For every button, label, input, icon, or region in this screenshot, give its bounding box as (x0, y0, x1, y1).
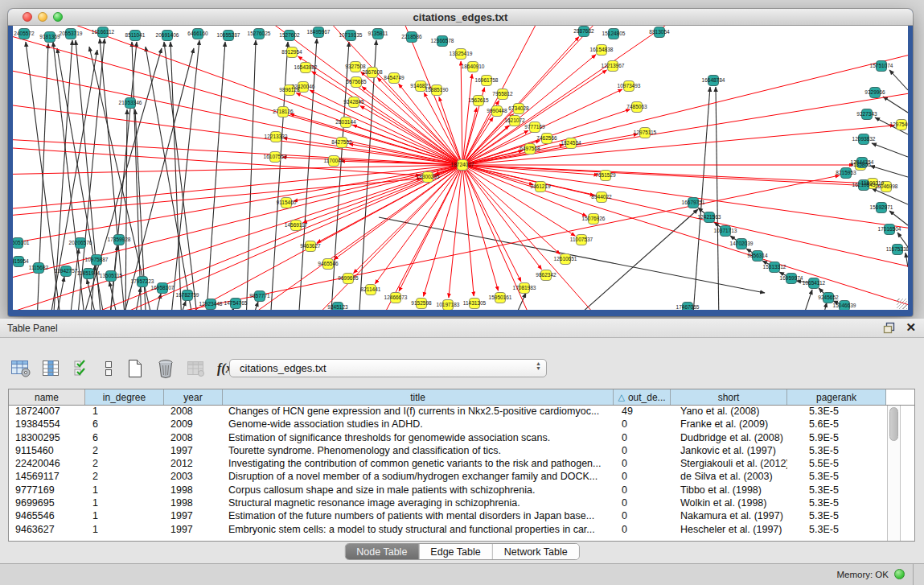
column-header-in-degree[interactable]: in_degree (85, 389, 164, 405)
citation-graph[interactable]: 1872400789129541654398222420046989612893… (13, 26, 908, 310)
close-panel-icon[interactable]: ✕ (906, 321, 916, 334)
graph-node-label: 16782759 (176, 292, 199, 298)
graph-node-label: 12366578 (431, 38, 454, 43)
create-table-icon[interactable] (124, 357, 146, 380)
graph-node-label: 10973493 (618, 83, 641, 89)
graph-node-label: 16107553 (264, 154, 287, 159)
graph-node-label: 15276025 (248, 31, 271, 36)
graph-node-label: 15950161 (489, 295, 512, 300)
graph-node-label: 6734028 (508, 105, 529, 111)
scrollbar-thumb[interactable] (889, 407, 898, 441)
graph-node-label: 13505101 (13, 240, 30, 245)
graph-node-label: 16961758 (475, 77, 499, 83)
graph-node-label: 11007537 (570, 237, 593, 242)
graph-node-label: 8912954 (281, 49, 302, 55)
table-row[interactable]: 1456911722003Disruption of a novel membe… (9, 471, 900, 484)
graph-node-label: 15046998 (875, 183, 898, 189)
column-header-out-de-[interactable]: △out_de... (614, 389, 671, 405)
graph-node-label: 9245123 (327, 304, 348, 310)
tab-node-table[interactable]: Node Table (345, 544, 419, 559)
status-divider (913, 564, 914, 585)
table-row[interactable]: 969969511998Structural magnetic resonanc… (9, 497, 900, 510)
graph-node-label: 3915954 (13, 258, 29, 264)
graph-node-label: 16154838 (590, 47, 614, 52)
resize-grip-icon[interactable] (897, 299, 907, 309)
graph-node-label: 1621072 (504, 117, 525, 123)
graph-node-label: 16543982 (294, 64, 318, 70)
graph-node-label: 14702039 (730, 241, 754, 246)
attribute-table: namein_degreeyeartitle△out_de...shortpag… (8, 389, 915, 542)
graph-node-label: 1170044 (324, 158, 344, 163)
network-canvas[interactable]: 1872400789129541654398222420046989612893… (13, 26, 908, 310)
graph-node-label: 21053346 (119, 100, 142, 105)
graph-node-label: 2887682 (573, 28, 594, 34)
graph-node-label: 8813054 (649, 29, 670, 35)
show-columns-icon[interactable] (40, 357, 63, 380)
graph-node-label: 8427552 (331, 139, 352, 145)
column-header-name[interactable]: name (9, 389, 85, 405)
column-header-title[interactable]: title (223, 389, 614, 405)
vertical-scrollbar[interactable] (887, 406, 901, 541)
table-row[interactable]: 1872400712008Changes of HCN gene express… (9, 406, 900, 418)
graph-node-label: 11431305 (463, 300, 487, 306)
table-panel-titlebar: Table Panel ✕ (0, 319, 924, 338)
status-bar: Memory: OK (0, 563, 924, 585)
table-row[interactable]: 1938455462009Genome-wide association stu… (9, 418, 900, 431)
dropdown-stepper-icon: ▲▼ (536, 361, 541, 371)
column-header-short[interactable]: short (671, 389, 787, 405)
graph-node-label: 10975887 (85, 257, 109, 262)
memory-ok-icon[interactable] (894, 569, 905, 579)
graph-node-label: 14569117 (285, 222, 308, 228)
graph-node-label: 12923448 (199, 301, 223, 307)
graph-node-label: 7955812 (492, 91, 513, 97)
row-height-icon[interactable] (101, 357, 116, 380)
graph-node-label: 15124805 (602, 31, 626, 36)
table-toolbar: f(x) (10, 356, 238, 381)
graph-node-label: 9181369 (39, 34, 60, 39)
table-selector-dropdown[interactable]: citations_edges.txt ▲▼ (229, 359, 547, 377)
table-row[interactable]: 1830029562008Estimation of significance … (9, 432, 900, 445)
table-row[interactable]: 2242004622012Investigating the contribut… (9, 458, 900, 471)
graph-node-label: 12466673 (384, 295, 408, 300)
graph-node-label: 7485063 (626, 104, 647, 109)
table-row[interactable]: 911546021997Tourette syndrome. Phenomeno… (9, 445, 900, 458)
window-titlebar[interactable]: citations_edges.txt (8, 9, 913, 26)
graph-node-label: 9856314 (747, 253, 768, 258)
table-panel-title: Table Panel (7, 323, 58, 334)
table-row[interactable]: 977716911998Corpus callosum shape and si… (9, 484, 900, 497)
graph-node-label: 13325419 (450, 51, 473, 56)
graph-node-label: 16648784 (702, 77, 725, 83)
graph-node-label: 12213967 (602, 63, 625, 68)
table-row[interactable]: 946554611997Estimation of the future num… (9, 510, 900, 523)
graph-node-label: 10197183 (437, 302, 460, 307)
graph-node-label: 9777169 (524, 124, 545, 130)
graph-node-label: 8511041 (125, 32, 146, 38)
graph-node-label: 2803144 (335, 119, 356, 125)
graph-node-label: 7651529 (595, 172, 616, 178)
graph-node-label: 9152598 (411, 300, 432, 306)
delete-table-icon[interactable] (154, 357, 177, 380)
graph-node-label: 7462566 (536, 135, 557, 141)
column-header-year[interactable]: year (164, 389, 223, 405)
table-header-row[interactable]: namein_degreeyeartitle△out_de...shortpag… (9, 389, 914, 406)
graph-node-label: 2718126 (273, 109, 294, 114)
graph-node-label: 15046639 (833, 303, 856, 308)
graph-node-label: 12444154 (851, 159, 874, 165)
tab-network-table[interactable]: Network Table (493, 544, 579, 559)
float-window-icon[interactable] (883, 322, 896, 334)
graph-node-label: 13942757 (55, 268, 78, 274)
table-settings-icon[interactable] (10, 357, 32, 380)
table-row[interactable]: 946362711997Embryonic stem cells: a mode… (9, 524, 900, 537)
graph-node-label: 12975404 (890, 122, 908, 127)
graph-node-label: 10654112 (803, 280, 826, 286)
table-selector-value: citations_edges.txt (240, 362, 326, 374)
graph-node-label: 9461219 (530, 183, 551, 189)
select-visible-columns-icon[interactable] (71, 357, 93, 380)
graph-node-label: 20206576 (69, 240, 92, 245)
tab-edge-table[interactable]: Edge Table (419, 544, 492, 559)
graph-node-label: 8454749 (384, 75, 405, 80)
column-header-pagerank[interactable]: pagerank (787, 389, 886, 405)
graph-node-label: 16958107 (151, 285, 175, 290)
graph-node-label: 1115682 (29, 265, 49, 270)
graph-node-label: 8215953 (836, 170, 856, 175)
